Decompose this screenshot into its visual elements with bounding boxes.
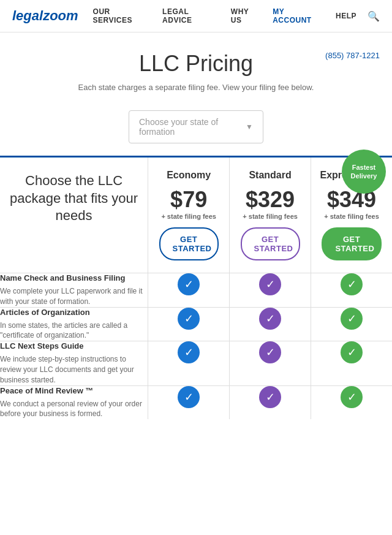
economy-plan-header: Economy $79 + state filing fees GET STAR…: [148, 157, 229, 273]
logo-text: legalzoom: [12, 8, 78, 23]
economy-check-cell: ✓: [148, 273, 230, 308]
table-row: Name Check and Business Filing We comple…: [0, 273, 392, 308]
logo[interactable]: legalzoom: [12, 8, 78, 24]
express-plan-price: $349: [318, 187, 385, 213]
check-icon-economy: ✓: [178, 341, 200, 363]
feature-title: Articles of Organization: [0, 308, 148, 317]
nav-help[interactable]: HELP: [336, 12, 356, 20]
check-icon-standard: ✓: [259, 386, 281, 408]
economy-get-started-button[interactable]: GET STARTED: [159, 227, 219, 260]
standard-check-cell: ✓: [230, 307, 311, 341]
state-dropdown[interactable]: Choose your state of formation ▼: [129, 110, 263, 143]
nav-our-services[interactable]: OUR SERVICES: [93, 7, 152, 25]
feature-desc: We conduct a personal review of your ord…: [0, 399, 148, 420]
fastest-delivery-badge: Fastest Delivery: [342, 150, 386, 194]
standard-get-started-button[interactable]: GET STARTED: [241, 227, 300, 260]
economy-plan-fees: + state filing fees: [156, 213, 222, 220]
search-icon[interactable]: 🔍: [368, 10, 380, 22]
badge-line2: Delivery: [351, 172, 377, 180]
feature-desc: We complete your LLC paperwork and file …: [0, 286, 148, 307]
chevron-down-icon: ▼: [246, 123, 253, 131]
express-check-cell: ✓: [311, 341, 392, 385]
standard-plan-fees: + state filing fees: [237, 213, 303, 220]
feature-label-cell: LLC Next Steps Guide We include step-by-…: [0, 341, 148, 385]
feature-title: Name Check and Business Filing: [0, 273, 148, 283]
feature-title: Peace of Mind Review ™: [0, 386, 148, 395]
nav-my-account[interactable]: MY ACCOUNT: [273, 7, 325, 25]
pricing-area: Fastest Delivery Choose the LLC package …: [0, 156, 392, 419]
standard-plan-name: Standard: [237, 170, 303, 181]
standard-check-cell: ✓: [230, 385, 311, 419]
standard-plan-price: $329: [237, 187, 303, 213]
economy-plan-name: Economy: [156, 170, 222, 181]
economy-check-cell: ✓: [148, 385, 230, 419]
page-title: LLC Pricing: [12, 51, 380, 77]
check-icon-express: ✓: [341, 273, 363, 295]
feature-desc: In some states, the articles are called …: [0, 321, 148, 341]
nav-legal-advice[interactable]: LEGAL ADVICE: [162, 7, 220, 25]
check-icon-economy: ✓: [178, 308, 200, 330]
express-get-started-button[interactable]: GET STARTED: [322, 227, 381, 260]
badge-line1: Fastest: [352, 163, 376, 172]
express-check-cell: ✓: [311, 273, 392, 308]
standard-plan-header: Standard $329 + state filing fees GET ST…: [230, 157, 311, 273]
state-dropdown-wrapper: Choose your state of formation ▼: [0, 110, 392, 143]
economy-plan-price: $79: [156, 187, 222, 213]
economy-check-cell: ✓: [148, 307, 230, 341]
feature-label-cell: Name Check and Business Filing We comple…: [0, 273, 148, 308]
check-icon-express: ✓: [341, 341, 363, 363]
pricing-table: Choose the LLC package that fits your ne…: [0, 156, 392, 419]
standard-check-cell: ✓: [230, 273, 311, 308]
choose-label: Choose the LLC package that fits your ne…: [10, 173, 138, 223]
check-icon-standard: ✓: [259, 273, 281, 295]
navigation: legalzoom OUR SERVICES LEGAL ADVICE WHY …: [0, 0, 392, 32]
feature-label-cell: Peace of Mind Review ™ We conduct a pers…: [0, 385, 148, 419]
express-check-cell: ✓: [311, 385, 392, 419]
choose-label-cell: Choose the LLC package that fits your ne…: [0, 157, 148, 240]
dropdown-placeholder: Choose your state of formation: [139, 117, 246, 137]
feature-label-cell: Articles of Organization In some states,…: [0, 307, 148, 341]
express-plan-fees: + state filing fees: [318, 213, 385, 220]
nav-why-us[interactable]: WHY US: [231, 7, 262, 25]
table-row: Articles of Organization In some states,…: [0, 307, 392, 341]
subtitle: Each state charges a separate filing fee…: [12, 83, 380, 92]
check-icon-economy: ✓: [178, 273, 200, 295]
economy-check-cell: ✓: [148, 341, 230, 385]
check-icon-standard: ✓: [259, 308, 281, 330]
page-header: (855) 787-1221 LLC Pricing Each state ch…: [0, 32, 392, 110]
feature-desc: We include step-by-step instructions to …: [0, 354, 148, 385]
nav-links: OUR SERVICES LEGAL ADVICE WHY US MY ACCO…: [93, 7, 380, 25]
standard-check-cell: ✓: [230, 341, 311, 385]
express-check-cell: ✓: [311, 307, 392, 341]
check-icon-express: ✓: [341, 386, 363, 408]
feature-title: LLC Next Steps Guide: [0, 341, 148, 351]
check-icon-standard: ✓: [259, 341, 281, 363]
table-row: LLC Next Steps Guide We include step-by-…: [0, 341, 392, 385]
phone-number[interactable]: (855) 787-1221: [325, 51, 380, 60]
check-icon-express: ✓: [341, 308, 363, 330]
table-row: Peace of Mind Review ™ We conduct a pers…: [0, 385, 392, 419]
check-icon-economy: ✓: [178, 386, 200, 408]
